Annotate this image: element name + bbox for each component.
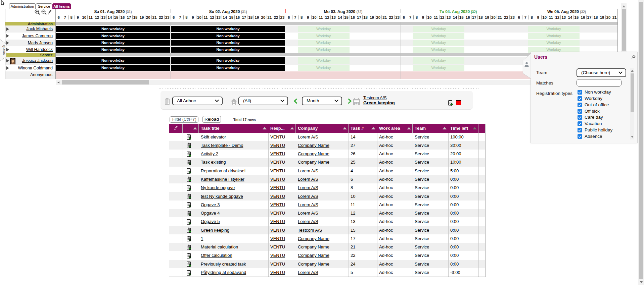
svg-text:12: 12 bbox=[355, 102, 358, 105]
